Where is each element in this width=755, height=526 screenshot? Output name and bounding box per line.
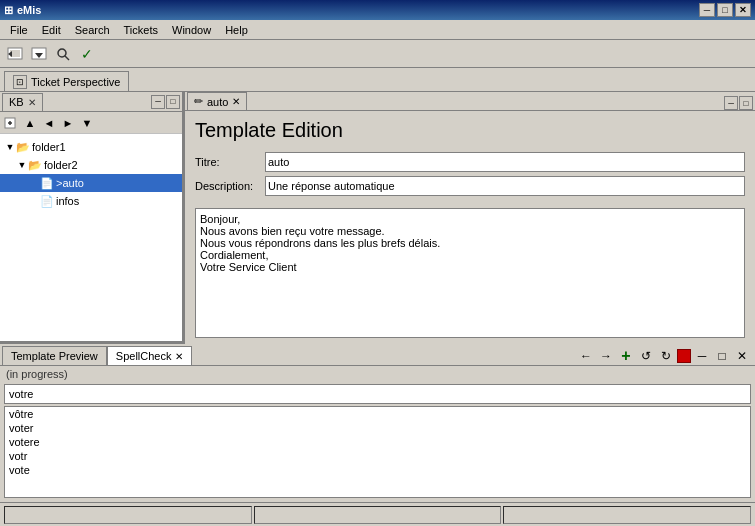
minimize-button[interactable]: ─ bbox=[699, 3, 715, 17]
editor-tab-bar: ✏ auto ✕ ─ □ bbox=[185, 92, 755, 111]
toolbar-back-button[interactable] bbox=[4, 43, 26, 65]
tree-forward-btn[interactable]: ▼ bbox=[78, 114, 96, 132]
infos-label: infos bbox=[56, 195, 79, 207]
tree-item-auto[interactable]: 📄 >auto bbox=[0, 174, 182, 192]
status-cell-1 bbox=[4, 506, 252, 524]
maximize-button[interactable]: □ bbox=[717, 3, 733, 17]
toolbar-search-button[interactable] bbox=[52, 43, 74, 65]
close-button[interactable]: ✕ bbox=[735, 3, 751, 17]
perspective-icon: ⊡ bbox=[13, 75, 27, 89]
tree-new-btn[interactable] bbox=[2, 114, 20, 132]
kb-tab[interactable]: KB ✕ bbox=[2, 93, 43, 111]
status-cell-2 bbox=[254, 506, 502, 524]
bottom-min-btn[interactable]: ─ bbox=[693, 347, 711, 365]
template-edition-title: Template Edition bbox=[195, 119, 745, 142]
kb-tab-label: KB bbox=[9, 96, 24, 108]
spell-suggestions-list[interactable]: vôtre voter votere votr vote bbox=[4, 406, 751, 498]
body-wrapper: Bonjour, Nous avons bien reçu votre mess… bbox=[195, 204, 745, 338]
editor-tab-icon: ✏ bbox=[194, 95, 203, 108]
editor-maximize-btn[interactable]: □ bbox=[739, 96, 753, 110]
toggle-folder1[interactable]: ▼ bbox=[4, 142, 16, 152]
menu-tickets[interactable]: Tickets bbox=[118, 23, 164, 37]
app-icon: ⊞ bbox=[4, 4, 13, 17]
title-bar: ⊞ eMis ─ □ ✕ bbox=[0, 0, 755, 20]
tree-left-btn[interactable]: ◄ bbox=[40, 114, 58, 132]
tree-area[interactable]: ▼ 📂 folder1 ▼ 📂 folder2 📄 >auto 📄 infos bbox=[0, 134, 182, 341]
bottom-stop-btn[interactable] bbox=[677, 349, 691, 363]
svg-point-5 bbox=[58, 49, 66, 57]
toolbar-down-button[interactable] bbox=[28, 43, 50, 65]
description-label: Description: bbox=[195, 180, 265, 192]
spellcheck-label: SpellCheck bbox=[116, 350, 172, 362]
editor-tab-auto[interactable]: ✏ auto ✕ bbox=[187, 92, 247, 110]
titre-input[interactable] bbox=[265, 152, 745, 172]
bottom-area: Template Preview SpellCheck ✕ ← → + ↺ ↻ … bbox=[0, 342, 755, 502]
body-textarea[interactable]: Bonjour, Nous avons bien reçu votre mess… bbox=[195, 208, 745, 338]
suggestion-0[interactable]: vôtre bbox=[5, 407, 750, 421]
auto-label: >auto bbox=[56, 177, 84, 189]
status-bar bbox=[0, 502, 755, 526]
panel-maximize-btn[interactable]: □ bbox=[166, 95, 180, 109]
perspective-bar: ⊡ Ticket Perspective bbox=[0, 68, 755, 92]
bottom-max-btn[interactable]: □ bbox=[713, 347, 731, 365]
bottom-redo-btn[interactable]: ↻ bbox=[657, 347, 675, 365]
folder2-icon: 📂 bbox=[28, 159, 42, 172]
bottom-undo-btn[interactable]: ↺ bbox=[637, 347, 655, 365]
auto-file-icon: 📄 bbox=[40, 177, 54, 190]
toolbar-check-button[interactable]: ✓ bbox=[76, 43, 98, 65]
panel-minimize-btn[interactable]: ─ bbox=[151, 95, 165, 109]
bottom-back-btn[interactable]: ← bbox=[577, 347, 595, 365]
bottom-close-btn[interactable]: ✕ bbox=[733, 347, 751, 365]
svg-line-6 bbox=[65, 56, 69, 60]
perspective-tab[interactable]: ⊡ Ticket Perspective bbox=[4, 71, 129, 91]
bottom-content: (in progress) vôtre voter votere votr vo… bbox=[0, 366, 755, 502]
folder1-icon: 📂 bbox=[16, 141, 30, 154]
template-preview-label: Template Preview bbox=[11, 350, 98, 362]
main-area: KB ✕ ─ □ ▲ ◄ ► ▼ ▼ 📂 folder1 bbox=[0, 92, 755, 342]
suggestion-2[interactable]: votere bbox=[5, 435, 750, 449]
menu-help[interactable]: Help bbox=[219, 23, 254, 37]
status-cell-3 bbox=[503, 506, 751, 524]
template-preview-tab[interactable]: Template Preview bbox=[2, 346, 107, 365]
panel-controls: ─ □ bbox=[151, 95, 180, 109]
spell-input[interactable] bbox=[4, 384, 751, 404]
menu-edit[interactable]: Edit bbox=[36, 23, 67, 37]
left-panel: KB ✕ ─ □ ▲ ◄ ► ▼ ▼ 📂 folder1 bbox=[0, 92, 185, 341]
spellcheck-tab-close[interactable]: ✕ bbox=[175, 351, 183, 362]
tree-item-folder2[interactable]: ▼ 📂 folder2 bbox=[0, 156, 182, 174]
tree-up-btn[interactable]: ▲ bbox=[21, 114, 39, 132]
description-input[interactable] bbox=[265, 176, 745, 196]
menu-search[interactable]: Search bbox=[69, 23, 116, 37]
editor-tab-close[interactable]: ✕ bbox=[232, 96, 240, 107]
tree-right-btn[interactable]: ► bbox=[59, 114, 77, 132]
editor-panel-controls: ─ □ bbox=[724, 96, 753, 110]
titre-label: Titre: bbox=[195, 156, 265, 168]
tree-item-folder1[interactable]: ▼ 📂 folder1 bbox=[0, 138, 182, 156]
suggestion-1[interactable]: voter bbox=[5, 421, 750, 435]
toggle-folder2[interactable]: ▼ bbox=[16, 160, 28, 170]
bottom-toolbar: ← → + ↺ ↻ ─ □ ✕ bbox=[577, 347, 753, 365]
bottom-forward-btn[interactable]: → bbox=[597, 347, 615, 365]
spellcheck-tab[interactable]: SpellCheck ✕ bbox=[107, 346, 193, 365]
folder2-label: folder2 bbox=[44, 159, 78, 171]
editor-tab-label: auto bbox=[207, 96, 228, 108]
editor-minimize-btn[interactable]: ─ bbox=[724, 96, 738, 110]
right-panel: ✏ auto ✕ ─ □ Template Edition Titre: Des… bbox=[185, 92, 755, 341]
menu-file[interactable]: File bbox=[4, 23, 34, 37]
app-title: eMis bbox=[17, 4, 41, 16]
bottom-add-btn[interactable]: + bbox=[617, 347, 635, 365]
infos-file-icon: 📄 bbox=[40, 195, 54, 208]
spellcheck-status: (in progress) bbox=[0, 366, 755, 382]
tree-toolbar: ▲ ◄ ► ▼ bbox=[0, 112, 182, 134]
title-bar-controls: ─ □ ✕ bbox=[699, 3, 751, 17]
template-edition: Template Edition Titre: Description: Bon… bbox=[185, 111, 755, 346]
titre-row: Titre: bbox=[195, 152, 745, 172]
perspective-tab-label: Ticket Perspective bbox=[31, 76, 120, 88]
title-bar-left: ⊞ eMis bbox=[4, 4, 41, 17]
tree-item-infos[interactable]: 📄 infos bbox=[0, 192, 182, 210]
suggestion-3[interactable]: votr bbox=[5, 449, 750, 463]
kb-tab-close[interactable]: ✕ bbox=[28, 97, 36, 108]
description-row: Description: bbox=[195, 176, 745, 196]
suggestion-4[interactable]: vote bbox=[5, 463, 750, 477]
menu-window[interactable]: Window bbox=[166, 23, 217, 37]
